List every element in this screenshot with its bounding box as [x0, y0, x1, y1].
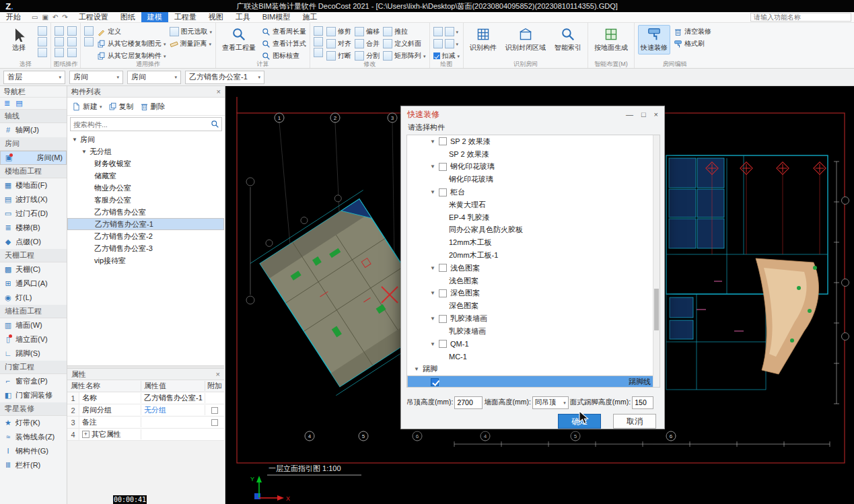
dialog-tree-child[interactable]: 米黄大理石 [407, 199, 660, 211]
close-icon[interactable]: × [216, 370, 220, 378]
component-search-input[interactable] [71, 120, 211, 129]
tab-start[interactable]: 开始 [0, 12, 27, 22]
item-checkbox[interactable] [439, 289, 447, 297]
smart-index-button[interactable]: 智能索引 [552, 25, 584, 55]
view-quantities-button[interactable]: 查看工程量 [219, 25, 258, 55]
measure-distance-button[interactable]: 测量距离 ▾ [170, 38, 213, 49]
trim-button[interactable]: 修剪 [326, 26, 351, 37]
expander-icon[interactable]: ▼ [430, 139, 439, 145]
break-button[interactable]: 打断 [326, 50, 351, 61]
dialog-tree-parent[interactable]: ▼深色图案 [407, 287, 660, 300]
sidebar-item-railing[interactable]: Ⅲ栏杆(R) [0, 458, 67, 472]
recognize-component-button[interactable]: 识别构件 [467, 25, 499, 55]
select-filter-icon[interactable] [38, 48, 47, 57]
tree-node-ungrouped[interactable]: ▼无分组 [67, 145, 224, 157]
component-item[interactable]: 储藏室 [67, 170, 224, 182]
skirting-height-input[interactable] [632, 396, 653, 409]
draw-circle-icon[interactable] [445, 27, 454, 36]
common-erase-icon[interactable] [84, 37, 94, 46]
ok-button[interactable]: 确定 [558, 414, 601, 429]
tab-tools[interactable]: 工具 [229, 12, 256, 22]
select-lasso-mode-icon[interactable] [38, 37, 47, 46]
expander-icon[interactable]: ▼ [71, 137, 78, 143]
tree-node-room[interactable]: ▼房间 [67, 133, 224, 145]
deduct-checkbox[interactable] [433, 52, 440, 59]
push-pull-button[interactable]: 推拉 [383, 26, 426, 37]
item-checkbox[interactable] [439, 340, 447, 348]
nav-list-view-icon[interactable]: ≣ [4, 99, 10, 108]
sidebar-item-wall-face[interactable]: ▥墙面(W) [0, 318, 67, 332]
component-item-selected[interactable]: 乙方销售办公室-1 [67, 218, 224, 230]
sidebar-item-light[interactable]: ◉灯(L) [0, 291, 67, 305]
item-checkbox[interactable] [439, 137, 447, 145]
component-item[interactable]: 客服办公室 [67, 194, 224, 206]
attach-checkbox[interactable] [211, 407, 218, 414]
split-button[interactable]: 分割 [355, 50, 380, 61]
define-button[interactable]: 定义 [97, 26, 166, 37]
dialog-tree-parent[interactable]: ▼柜台 [407, 186, 660, 199]
component-item[interactable]: 乙方销售办公室-3 [67, 242, 224, 254]
item-checkbox[interactable] [439, 315, 447, 323]
sidebar-item-opening-decor[interactable]: ◧门窗洞装修 [0, 388, 67, 402]
modify-mirror-icon[interactable] [314, 37, 323, 46]
dialog-tree-item-selected[interactable]: 踢脚线 [407, 375, 660, 388]
generate-by-floor-button[interactable]: 按地面生成 [592, 25, 631, 55]
nav-tree-view-icon[interactable]: ▤ [15, 99, 22, 108]
component-item[interactable]: 乙方销售办公室 [67, 206, 224, 218]
sidebar-item-floor[interactable]: ▦楼地面(F) [0, 178, 67, 192]
dialog-tree-child[interactable]: EP-4 乳胶漆 [407, 211, 660, 224]
select-tool-button[interactable]: 选择 [3, 25, 34, 55]
item-checkbox[interactable] [439, 188, 447, 196]
function-search-input[interactable] [750, 13, 851, 22]
maximize-icon[interactable]: □ [641, 110, 646, 118]
quick-decorate-button[interactable]: 快速装修 [638, 25, 670, 55]
sheet-manage-icon[interactable] [55, 26, 64, 36]
type-select[interactable]: 房间▾ [127, 71, 181, 84]
tab-drawings[interactable]: 图纸 [114, 12, 141, 22]
wall-height-select[interactable]: 同吊顶▾ [532, 396, 569, 409]
copy-from-other-floor-button[interactable]: 从其它楼复制图元 ▾ [97, 38, 166, 49]
icon-check-button[interactable]: 图标核查 [262, 50, 306, 61]
component-item[interactable]: 乙方销售办公室-2 [67, 230, 224, 242]
align-button[interactable]: 对齐 [326, 38, 351, 49]
sidebar-item-border-line[interactable]: ▤波打线(X) [0, 192, 67, 207]
view-formula-button[interactable]: 查看计算式 [262, 38, 306, 49]
sheet-locate-ic[interactable] [55, 48, 64, 57]
expander-icon[interactable]: ▼ [430, 290, 439, 296]
close-icon[interactable]: × [654, 110, 658, 118]
sidebar-item-skirting[interactable]: ∟踢脚(S) [0, 347, 67, 361]
sheet-delete-icon[interactable] [67, 48, 77, 57]
modify-move-icon[interactable] [314, 26, 323, 36]
tab-view[interactable]: 视图 [203, 12, 229, 22]
redo-icon[interactable]: ↷ [62, 13, 67, 21]
sidebar-item-threshold-stone[interactable]: ▭过门石(D) [0, 207, 67, 221]
scrollbar-thumb[interactable] [654, 289, 659, 330]
expander-icon[interactable]: ▼ [81, 149, 87, 155]
close-icon[interactable]: × [217, 87, 221, 96]
offset-button[interactable]: 偏移 [355, 26, 380, 37]
attach-checkbox[interactable] [211, 419, 218, 426]
item-checkbox[interactable] [439, 163, 447, 171]
merge-button[interactable]: 合并 [355, 38, 380, 49]
element-pick-button[interactable]: 图元选取 ▾ [170, 26, 213, 37]
common-edit-icon[interactable] [84, 26, 94, 36]
dialog-tree-child[interactable]: 乳胶漆墙画 [407, 325, 660, 338]
item-checkbox-checked[interactable] [431, 378, 439, 386]
modify-rotate-icon[interactable] [314, 48, 323, 57]
tab-construction[interactable]: 施工 [296, 12, 323, 22]
dialog-tree-parent-skirting[interactable]: ▼踢脚 [407, 363, 660, 375]
expander-icon[interactable]: ▼ [430, 341, 439, 347]
expander-icon[interactable]: ▼ [430, 316, 439, 322]
property-value[interactable]: 无分组 [141, 405, 205, 415]
minimize-icon[interactable]: — [626, 110, 633, 118]
sidebar-item-axis-grid[interactable]: #轴网(J) [0, 123, 67, 137]
expander-icon[interactable]: ▼ [430, 265, 439, 271]
sidebar-item-room[interactable]: ▣房间(M) [0, 151, 67, 165]
copy-from-other-layer-button[interactable]: 从其它层复制构件 ▾ [97, 50, 166, 61]
dialog-tree-child[interactable]: 20mm木工板-1 [407, 249, 660, 262]
sidebar-item-steel-member[interactable]: I钢构件(G) [0, 444, 67, 458]
component-item[interactable]: 物业办公室 [67, 182, 224, 194]
deduct-toggle[interactable]: 扣减 ▾ [433, 50, 460, 61]
dialog-tree-parent[interactable]: ▼乳胶漆墙画 [407, 312, 660, 325]
new-file-icon[interactable]: ▭ [32, 13, 38, 21]
